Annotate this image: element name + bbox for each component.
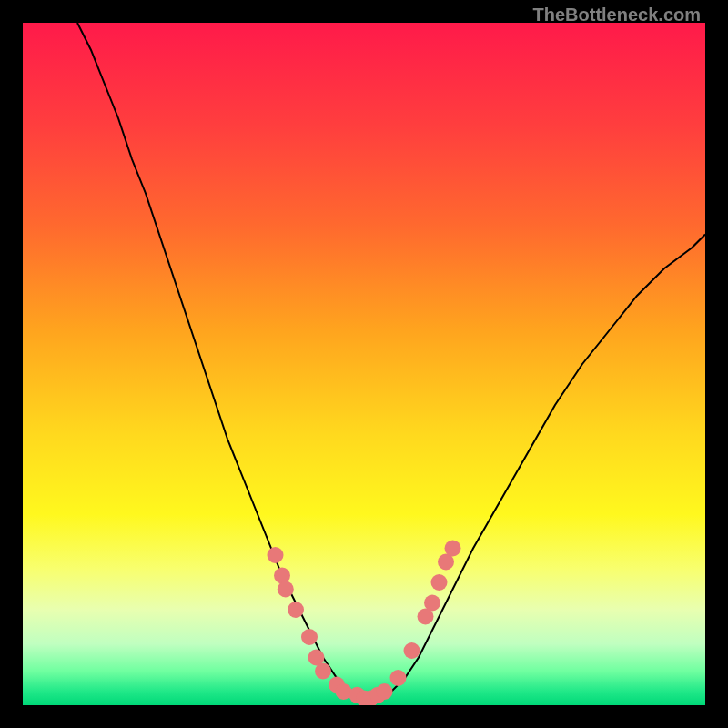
data-marker	[390, 670, 407, 686]
data-marker	[301, 629, 318, 645]
data-marker	[288, 602, 304, 618]
watermark-text: TheBottleneck.com	[533, 5, 701, 25]
data-marker	[431, 574, 448, 591]
data-marker	[274, 568, 290, 584]
data-marker	[445, 541, 461, 557]
data-marker	[404, 642, 420, 659]
gradient-background	[23, 23, 705, 705]
data-marker	[278, 581, 294, 598]
data-marker	[424, 595, 440, 612]
chart-plot-area	[23, 23, 705, 705]
data-marker	[377, 683, 393, 700]
data-marker	[268, 547, 284, 563]
data-marker	[336, 683, 352, 700]
bottleneck-chart	[23, 23, 705, 705]
data-marker	[315, 663, 331, 680]
